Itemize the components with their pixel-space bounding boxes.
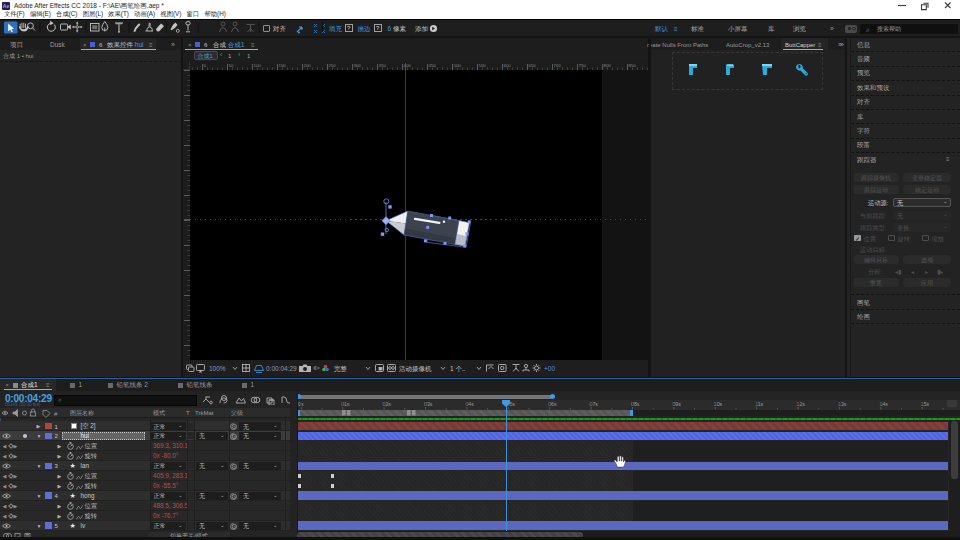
svg-text:350: 350 (379, 63, 387, 68)
svg-text:700: 700 (554, 63, 562, 68)
svg-text:450: 450 (429, 63, 437, 68)
svg-text:850: 850 (629, 63, 637, 68)
svg-text:650: 650 (529, 63, 537, 68)
svg-text:1 个..: 1 个.. (450, 365, 466, 372)
svg-text:300: 300 (354, 63, 362, 68)
svg-text:#: # (54, 411, 58, 417)
svg-text:800: 800 (604, 63, 612, 68)
svg-text:500: 500 (454, 63, 462, 68)
svg-text:100: 100 (254, 63, 262, 68)
svg-text:550: 550 (479, 63, 487, 68)
svg-text:活动摄像机: 活动摄像机 (399, 365, 432, 373)
svg-text:250: 250 (329, 63, 337, 68)
svg-text:完整: 完整 (334, 365, 348, 373)
svg-text:600: 600 (504, 63, 512, 68)
svg-text:200: 200 (304, 63, 312, 68)
svg-text:100%: 100% (209, 365, 226, 372)
svg-text:+00: +00 (544, 365, 555, 372)
svg-text:0:00:04:29: 0:00:04:29 (266, 365, 297, 372)
svg-text:750: 750 (579, 63, 587, 68)
svg-text:150: 150 (279, 63, 287, 68)
svg-text:50: 50 (229, 63, 234, 68)
